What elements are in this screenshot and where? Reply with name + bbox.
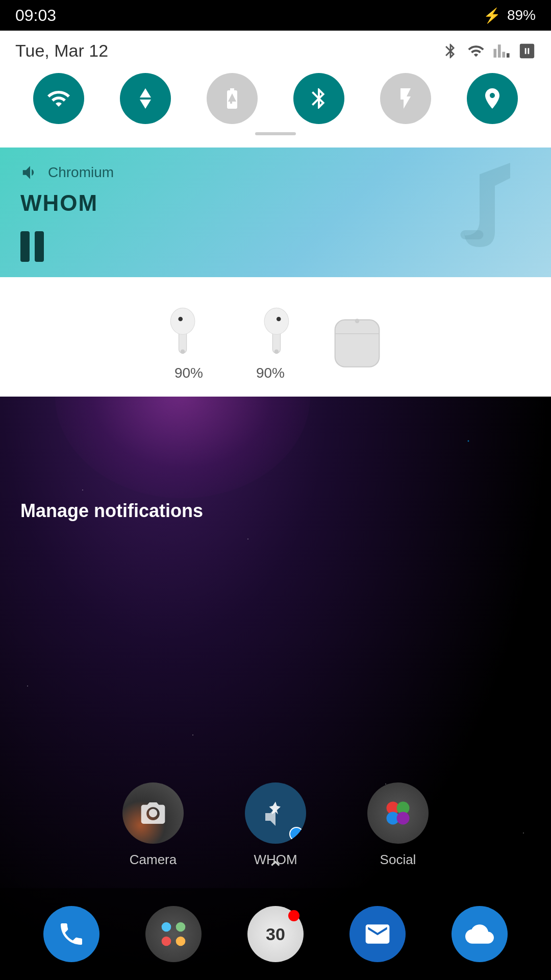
calendar-notification-dot — [288, 910, 299, 921]
airpod-left-percent: 90% — [174, 365, 203, 381]
qs-toggles — [15, 73, 536, 124]
battery-charging-icon: ⚡ — [483, 7, 501, 24]
phone-icon — [57, 920, 86, 948]
svg-point-8 — [274, 350, 279, 354]
app-label-social: Social — [380, 852, 416, 868]
dock-multi[interactable] — [145, 906, 202, 962]
camera-icon — [122, 782, 184, 844]
pause-bar-left — [20, 231, 30, 262]
dock-phone[interactable] — [43, 906, 99, 962]
speaker-icon — [20, 163, 40, 182]
airpods-notification: 90% 90% — [0, 277, 551, 397]
app-item-camera[interactable]: Camera — [122, 782, 184, 868]
flashlight-icon — [393, 86, 418, 111]
svg-point-17 — [176, 922, 186, 932]
airpod-right-percent: 90% — [256, 365, 285, 381]
dock: 30 — [0, 888, 551, 980]
airpod-case-item — [327, 309, 388, 381]
mail-icon — [363, 920, 392, 948]
app-icon-whom-container — [245, 782, 306, 844]
location-toggle[interactable] — [467, 73, 518, 124]
camera-svg — [139, 799, 167, 827]
status-time: 09:03 — [15, 6, 56, 25]
app-icon-social-container — [367, 782, 429, 844]
nfc-icon — [518, 42, 536, 60]
media-notification[interactable]: Chromium WHOM — [0, 148, 551, 277]
calendar-date: 30 — [266, 924, 285, 944]
app-icon-camera-container — [122, 782, 184, 844]
weather-icon — [465, 920, 494, 948]
wifi-toggle[interactable] — [33, 73, 84, 124]
app-item-social[interactable]: Social — [367, 782, 429, 868]
music-note-bg — [439, 163, 520, 257]
airpod-left-item: 90% — [163, 292, 214, 381]
dock-weather[interactable] — [452, 906, 508, 962]
app-label-camera: Camera — [130, 852, 177, 868]
svg-rect-9 — [335, 320, 380, 367]
status-bar: 09:03 ⚡ 89% — [0, 0, 551, 31]
battery-saver-toggle[interactable] — [207, 73, 258, 124]
battery-percent: 89% — [507, 7, 536, 23]
airpod-right-item: 90% — [245, 292, 296, 381]
svg-point-2 — [170, 308, 195, 334]
status-icons: ⚡ 89% — [483, 7, 536, 24]
wifi-toggle-icon — [46, 86, 71, 111]
qs-status-icons — [442, 42, 536, 60]
multi-icon — [159, 920, 188, 948]
qs-date: Tue, Mar 12 — [15, 41, 108, 61]
svg-point-19 — [176, 937, 186, 946]
svg-point-6 — [264, 308, 289, 334]
airpod-case-icon — [327, 309, 388, 375]
app-grid: Camera WHOM — [0, 782, 551, 868]
bluetooth-status-icon — [442, 42, 459, 60]
svg-point-7 — [277, 317, 281, 322]
whom-svg — [260, 798, 291, 828]
svg-point-15 — [397, 812, 410, 825]
app-item-whom[interactable]: WHOM — [245, 782, 306, 868]
quick-settings: Tue, Mar 12 — [0, 31, 551, 148]
location-toggle-icon — [480, 86, 505, 111]
drag-handle — [255, 132, 296, 135]
dock-calendar[interactable]: 30 — [247, 906, 304, 962]
social-svg — [383, 798, 413, 828]
media-app-name: Chromium — [48, 164, 114, 181]
notification-panel: Tue, Mar 12 — [0, 31, 551, 397]
svg-rect-0 — [461, 230, 484, 239]
data-toggle[interactable] — [120, 73, 171, 124]
svg-point-4 — [181, 350, 185, 354]
dock-mail[interactable] — [349, 906, 406, 962]
bluetooth-toggle-icon — [307, 86, 331, 111]
svg-point-3 — [178, 317, 183, 322]
pause-button[interactable] — [20, 231, 44, 262]
qs-header: Tue, Mar 12 — [15, 41, 536, 61]
battery-saver-icon — [220, 86, 244, 111]
signal-icon — [493, 42, 510, 60]
wifi-status-icon — [467, 42, 485, 60]
whom-icon — [245, 782, 306, 844]
airpod-left-icon — [163, 292, 214, 359]
social-icon — [367, 782, 429, 844]
svg-point-18 — [162, 937, 171, 946]
up-arrow[interactable]: ⌃ — [267, 857, 284, 880]
data-toggle-icon — [133, 86, 158, 111]
flashlight-toggle[interactable] — [380, 73, 431, 124]
svg-point-11 — [355, 319, 360, 324]
airpod-right-icon — [245, 292, 296, 359]
whom-notification-badge — [289, 827, 304, 841]
svg-point-16 — [162, 922, 171, 932]
manage-notifications[interactable]: Manage notifications — [20, 500, 203, 522]
pause-bar-right — [35, 231, 44, 262]
bluetooth-toggle[interactable] — [293, 73, 344, 124]
